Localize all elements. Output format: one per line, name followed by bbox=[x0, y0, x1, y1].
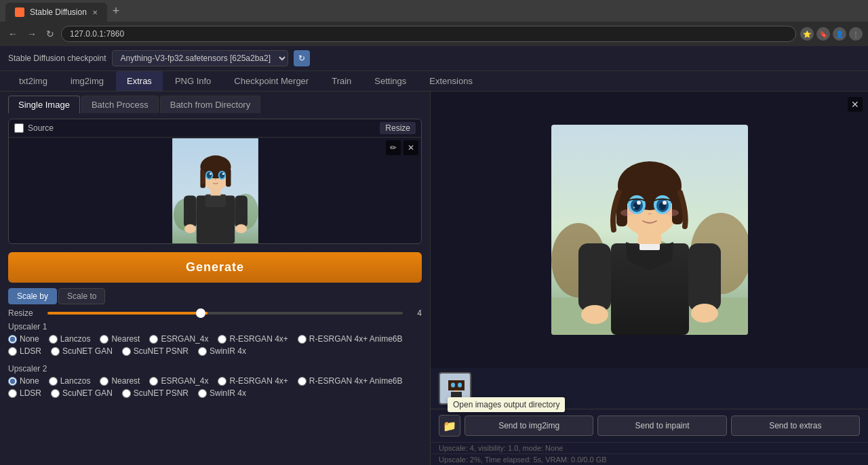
send-to-inpaint-button[interactable]: Send to inpaint bbox=[597, 416, 726, 436]
app: Stable Diffusion checkpoint Anything-V3-… bbox=[0, 46, 868, 465]
checkpoint-label: Stable Diffusion checkpoint bbox=[8, 54, 106, 63]
svg-point-41 bbox=[663, 201, 667, 205]
generate-button[interactable]: Generate bbox=[8, 252, 422, 283]
upscaler2-ldsr[interactable]: LDSR bbox=[8, 388, 41, 398]
image-container: ✏ ✕ bbox=[9, 138, 421, 243]
upscaler2-section: Upscaler 2 None Lanczos Nearest ESRGAN_4… bbox=[0, 360, 430, 398]
upscaler2-esrgan4x[interactable]: ESRGAN_4x bbox=[149, 376, 208, 386]
upscaler2-scunet-gan[interactable]: ScuNET GAN bbox=[51, 388, 113, 398]
source-checkbox[interactable] bbox=[14, 123, 24, 133]
extension-icon-1[interactable]: ⭐ bbox=[800, 27, 814, 41]
upscaler2-resrgan4x-anime[interactable]: R-ESRGAN 4x+ Anime6B bbox=[298, 376, 403, 386]
upscaler2-lanczos[interactable]: Lanczos bbox=[49, 376, 91, 386]
tab-bar: Stable Diffusion ✕ + bbox=[0, 0, 868, 22]
svg-rect-19 bbox=[235, 195, 248, 227]
subtab-batch-from-directory[interactable]: Batch from Directory bbox=[160, 96, 260, 113]
upscaler1-lanczos[interactable]: Lanczos bbox=[49, 334, 91, 344]
svg-point-20 bbox=[184, 224, 195, 232]
tab-checkpoint-merger[interactable]: Checkpoint Merger bbox=[223, 71, 319, 91]
svg-point-15 bbox=[210, 173, 212, 175]
subtab-batch-process[interactable]: Batch Process bbox=[81, 96, 159, 113]
tab-extensions[interactable]: Extensions bbox=[418, 71, 484, 91]
thumbnail-1[interactable] bbox=[439, 372, 471, 405]
browser-tab[interactable]: Stable Diffusion ✕ bbox=[5, 3, 107, 22]
upscaler2-none[interactable]: None bbox=[8, 376, 39, 386]
extension-icon-2[interactable]: 🔖 bbox=[816, 27, 830, 41]
profile-icon[interactable]: 👤 bbox=[833, 27, 846, 41]
upscaler2-scunet-psnr[interactable]: ScuNET PSNR bbox=[122, 388, 189, 398]
edit-image-button[interactable]: ✏ bbox=[386, 140, 401, 155]
browser-chrome: Stable Diffusion ✕ + ← → ↻ 127.0.0.1:786… bbox=[0, 0, 868, 46]
sub-tabs: Single Image Batch Process Batch from Di… bbox=[0, 92, 430, 113]
scale-by-button[interactable]: Scale by bbox=[8, 288, 57, 304]
folder-icon: 📁 bbox=[443, 420, 456, 432]
svg-rect-9 bbox=[226, 169, 231, 186]
upscaler1-swinir4x[interactable]: SwinIR 4x bbox=[198, 346, 246, 356]
forward-button[interactable]: → bbox=[24, 27, 39, 41]
tab-train[interactable]: Train bbox=[321, 71, 362, 91]
source-area: Source Resize bbox=[8, 119, 422, 244]
upscaler2-swinir4x[interactable]: SwinIR 4x bbox=[198, 388, 246, 398]
upscaler1-nearest[interactable]: Nearest bbox=[100, 334, 140, 344]
scale-controls: Scale by Scale to Resize 4 bbox=[0, 288, 430, 318]
checkpoint-select[interactable]: Anything-V3-fp32.safetensors [625a2ba2] bbox=[112, 50, 288, 66]
svg-point-53 bbox=[451, 383, 455, 388]
upscaler2-radio-row2: LDSR ScuNET GAN ScuNET PSNR SwinIR 4x bbox=[8, 388, 422, 398]
upscaler1-radio-row: None Lanczos Nearest ESRGAN_4x R-ESRGAN … bbox=[8, 334, 422, 344]
upscaler1-ldsr[interactable]: LDSR bbox=[8, 346, 41, 356]
svg-rect-52 bbox=[451, 392, 462, 405]
subtab-single-image[interactable]: Single Image bbox=[8, 96, 80, 113]
output-image bbox=[551, 125, 748, 335]
output-image-area: ✕ bbox=[431, 92, 868, 368]
open-folder-button[interactable]: 📁 bbox=[439, 415, 460, 437]
source-header: Source Resize bbox=[9, 119, 421, 138]
back-button[interactable]: ← bbox=[5, 27, 20, 41]
svg-point-42 bbox=[633, 207, 635, 209]
close-output-button[interactable]: ✕ bbox=[848, 97, 863, 112]
upscaler1-resrgan4x[interactable]: R-ESRGAN 4x+ bbox=[218, 334, 288, 344]
scale-to-button[interactable]: Scale to bbox=[58, 288, 105, 304]
upscaler1-scunet-gan[interactable]: ScuNET GAN bbox=[51, 346, 113, 356]
tab-settings[interactable]: Settings bbox=[363, 71, 417, 91]
svg-rect-10 bbox=[201, 169, 205, 184]
reload-button[interactable]: ↻ bbox=[43, 27, 57, 41]
thumbnail-strip bbox=[431, 368, 868, 409]
upscaler1-section: Upscaler 1 None Lanczos Nearest ESRGAN_4… bbox=[0, 318, 430, 356]
scale-toggle-row: Scale by Scale to bbox=[8, 288, 422, 304]
svg-point-43 bbox=[620, 209, 634, 216]
address-bar[interactable]: 127.0.0.1:7860 bbox=[61, 26, 796, 42]
svg-rect-4 bbox=[205, 194, 225, 207]
url-text: 127.0.0.1:7860 bbox=[70, 29, 124, 39]
svg-point-54 bbox=[458, 383, 462, 388]
tab-extras[interactable]: Extras bbox=[116, 71, 163, 91]
source-image bbox=[170, 138, 261, 243]
main-tabs: txt2img img2img Extras PNG Info Checkpoi… bbox=[0, 71, 868, 92]
tab-txt2img[interactable]: txt2img bbox=[8, 71, 58, 91]
svg-point-48 bbox=[691, 304, 718, 323]
tab-title: Stable Diffusion bbox=[30, 7, 87, 17]
close-image-button[interactable]: ✕ bbox=[403, 140, 418, 155]
svg-rect-51 bbox=[448, 380, 465, 390]
svg-point-47 bbox=[581, 305, 608, 324]
upscaler1-none[interactable]: None bbox=[8, 334, 39, 344]
upscaler1-esrgan4x[interactable]: ESRGAN_4x bbox=[149, 334, 208, 344]
new-tab-button[interactable]: + bbox=[107, 4, 125, 18]
address-bar-row: ← → ↻ 127.0.0.1:7860 ⭐ 🔖 👤 ⋮ bbox=[0, 22, 868, 46]
svg-point-21 bbox=[235, 224, 247, 232]
upscaler2-resrgan4x[interactable]: R-ESRGAN 4x+ bbox=[218, 376, 288, 386]
upscaler2-nearest[interactable]: Nearest bbox=[100, 376, 140, 386]
send-to-extras-button[interactable]: Send to extras bbox=[731, 416, 860, 436]
content-area: Single Image Batch Process Batch from Di… bbox=[0, 92, 868, 465]
chrome-icons: ⭐ 🔖 👤 ⋮ bbox=[800, 27, 863, 41]
resize-slider[interactable] bbox=[47, 312, 403, 315]
checkpoint-refresh-button[interactable]: ↻ bbox=[294, 50, 310, 66]
menu-icon[interactable]: ⋮ bbox=[849, 27, 863, 41]
tab-img2img[interactable]: img2img bbox=[60, 71, 115, 91]
send-to-img2img-button[interactable]: Send to img2img bbox=[465, 416, 593, 436]
resize-row: Resize 4 bbox=[8, 308, 422, 318]
tab-close-icon[interactable]: ✕ bbox=[92, 9, 98, 16]
upscaler1-resrgan4x-anime[interactable]: R-ESRGAN 4x+ Anime6B bbox=[298, 334, 403, 344]
upscaler1-scunet-psnr[interactable]: ScuNET PSNR bbox=[122, 346, 189, 356]
tab-png-info[interactable]: PNG Info bbox=[164, 71, 222, 91]
svg-rect-45 bbox=[578, 243, 611, 311]
